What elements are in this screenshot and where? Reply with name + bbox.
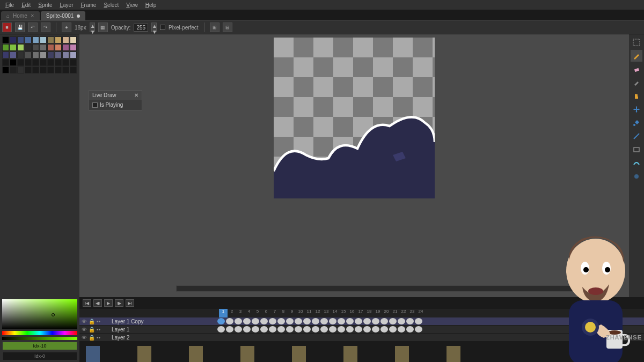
redo-button[interactable]: ↷: [41, 23, 50, 32]
pixel-perfect-checkbox[interactable]: [160, 25, 165, 30]
visibility-icon[interactable]: 👁: [82, 335, 87, 341]
palette-swatch[interactable]: [47, 59, 54, 66]
palette-swatch[interactable]: [17, 67, 24, 73]
hand-tool[interactable]: [631, 90, 642, 102]
tab-sprite[interactable]: Sprite-0001: [41, 11, 86, 20]
frame-number[interactable]: 17: [356, 309, 365, 317]
palette-swatch[interactable]: [40, 44, 47, 51]
palette-swatch[interactable]: [40, 36, 47, 43]
cel[interactable]: [406, 326, 414, 333]
frame-number[interactable]: 20: [382, 309, 391, 317]
cel[interactable]: [338, 318, 345, 324]
frame-number[interactable]: 8: [279, 309, 288, 317]
palette-swatch[interactable]: [2, 36, 9, 43]
dynamics-button[interactable]: ⊟: [223, 23, 232, 32]
brush-shape-button[interactable]: ●: [62, 23, 71, 32]
palette-swatch[interactable]: [40, 67, 47, 73]
last-frame-button[interactable]: ▶I: [126, 299, 134, 307]
palette-swatch[interactable]: [40, 59, 47, 66]
frame-number[interactable]: 13: [322, 309, 331, 317]
palette-swatch[interactable]: [32, 67, 39, 73]
cel[interactable]: [380, 326, 388, 333]
cel[interactable]: [235, 318, 242, 324]
cel[interactable]: [295, 326, 302, 333]
first-frame-button[interactable]: I◀: [83, 299, 91, 307]
frame-number[interactable]: 19: [374, 309, 382, 317]
palette-swatch[interactable]: [47, 51, 54, 58]
cel[interactable]: [312, 326, 319, 333]
is-playing-checkbox[interactable]: [92, 102, 98, 108]
brush-preview-icon[interactable]: ▦: [98, 23, 108, 32]
frame-number[interactable]: 2: [228, 309, 236, 317]
save-button[interactable]: 💾: [15, 23, 25, 32]
palette-swatch[interactable]: [2, 44, 9, 51]
palette-swatch[interactable]: [10, 44, 17, 51]
palette-swatch[interactable]: [70, 51, 77, 58]
cel[interactable]: [217, 318, 225, 324]
cel[interactable]: [363, 318, 371, 324]
live-draw-panel[interactable]: Live Draw ✕ Is Playing: [89, 90, 142, 110]
palette-swatch[interactable]: [62, 36, 69, 43]
pencil-tool[interactable]: [631, 50, 642, 62]
frame-number[interactable]: 16: [348, 309, 356, 317]
opacity-spinner[interactable]: ▲▼: [151, 23, 157, 32]
line-tool[interactable]: [631, 130, 642, 142]
cel[interactable]: [252, 326, 259, 333]
cel[interactable]: [243, 318, 251, 324]
prev-frame-button[interactable]: ◀I: [93, 299, 102, 307]
frame-number[interactable]: 22: [399, 309, 408, 317]
cel-icon[interactable]: ••: [97, 319, 100, 324]
frame-number[interactable]: 24: [416, 309, 425, 317]
lock-icon[interactable]: 🔒: [89, 327, 95, 333]
lock-icon[interactable]: 🔒: [89, 319, 95, 324]
palette-swatch[interactable]: [40, 51, 47, 58]
palette-swatch[interactable]: [2, 67, 9, 73]
cel[interactable]: [269, 318, 276, 324]
palette-swatch[interactable]: [17, 36, 24, 43]
palette-swatch[interactable]: [2, 59, 9, 66]
cel[interactable]: [389, 326, 397, 333]
frame-number[interactable]: 11: [305, 309, 313, 317]
cel[interactable]: [303, 326, 311, 333]
horizontal-scrollbar[interactable]: [176, 285, 597, 292]
palette-swatch[interactable]: [47, 44, 54, 51]
frame-number[interactable]: 21: [391, 309, 399, 317]
cel[interactable]: [355, 318, 362, 324]
palette-swatch[interactable]: [25, 59, 32, 66]
cel[interactable]: [295, 318, 302, 324]
cel[interactable]: [312, 318, 319, 324]
symmetry-button[interactable]: ⊞: [210, 23, 219, 32]
cel[interactable]: [329, 318, 336, 324]
menu-select[interactable]: Select: [100, 1, 122, 9]
bg-color-index[interactable]: Idx-0: [2, 352, 77, 360]
cel[interactable]: [398, 318, 405, 324]
cel[interactable]: [338, 326, 345, 333]
hue-slider[interactable]: [2, 331, 77, 335]
visibility-icon[interactable]: 👁: [82, 327, 87, 333]
frame-number[interactable]: 14: [331, 309, 339, 317]
cel[interactable]: [389, 318, 397, 324]
layer-name-label[interactable]: Layer 1 Copy: [108, 319, 216, 324]
eraser-tool[interactable]: [631, 63, 642, 75]
play-button[interactable]: ▶: [104, 299, 113, 307]
frame-number[interactable]: 3: [236, 309, 245, 317]
frame-number[interactable]: 12: [313, 309, 322, 317]
blur-tool[interactable]: [631, 171, 642, 182]
cel[interactable]: [217, 326, 225, 333]
frame-number[interactable]: 4: [245, 309, 253, 317]
menu-edit[interactable]: Edit: [18, 1, 34, 9]
cel[interactable]: [380, 318, 388, 324]
palette-swatch[interactable]: [10, 67, 17, 73]
cel[interactable]: [286, 318, 294, 324]
palette-swatch[interactable]: [25, 36, 32, 43]
cel[interactable]: [277, 326, 285, 333]
palette-swatch[interactable]: [55, 36, 62, 43]
frame-number[interactable]: 6: [262, 309, 270, 317]
cel[interactable]: [235, 326, 242, 333]
frame-number[interactable]: 5: [253, 309, 262, 317]
panel-titlebar[interactable]: Live Draw ✕: [89, 91, 142, 100]
cel[interactable]: [372, 318, 379, 324]
opacity-value[interactable]: 255: [134, 24, 148, 32]
palette-swatch[interactable]: [70, 44, 77, 51]
cel[interactable]: [260, 326, 268, 333]
